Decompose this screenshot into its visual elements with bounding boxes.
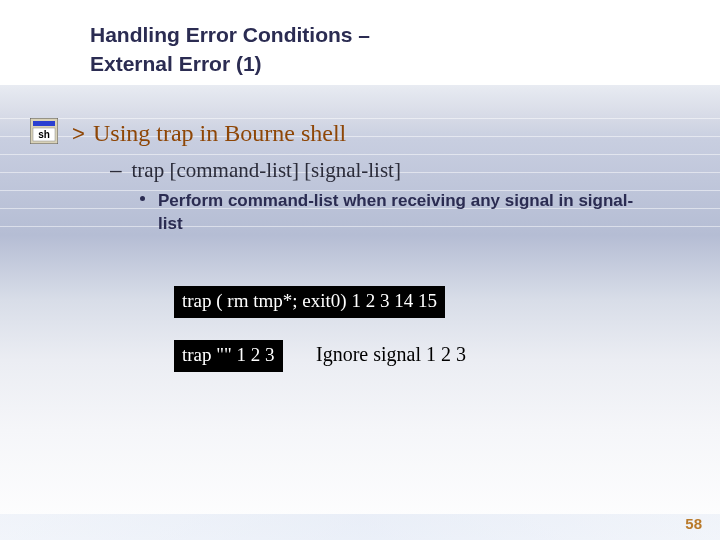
title-line2: External Error (1): [90, 52, 262, 75]
code-example-2: trap "" 1 2 3: [174, 340, 283, 372]
bullet-dot-icon: [140, 196, 145, 201]
slide-title: Handling Error Conditions – External Err…: [90, 20, 370, 79]
decor-bottom-strip: [0, 514, 720, 540]
subbullet-perform-desc: Perform command-list when receiving any …: [158, 190, 640, 236]
subbullet-trap-syntax: trap [command-list] [signal-list]: [110, 158, 401, 183]
title-line1: Handling Error Conditions –: [90, 23, 370, 46]
sh-shell-icon: sh: [30, 118, 58, 144]
svg-rect-1: [33, 121, 55, 126]
code-example-1: trap ( rm tmp*; exit0) 1 2 3 14 15: [174, 286, 445, 318]
page-number: 58: [685, 515, 702, 532]
bullet-using-trap: Using trap in Bourne shell: [72, 120, 346, 147]
slide-root: Handling Error Conditions – External Err…: [0, 0, 720, 540]
sh-icon-text: sh: [38, 129, 50, 140]
note-ignore-signal: Ignore signal 1 2 3: [316, 343, 466, 366]
